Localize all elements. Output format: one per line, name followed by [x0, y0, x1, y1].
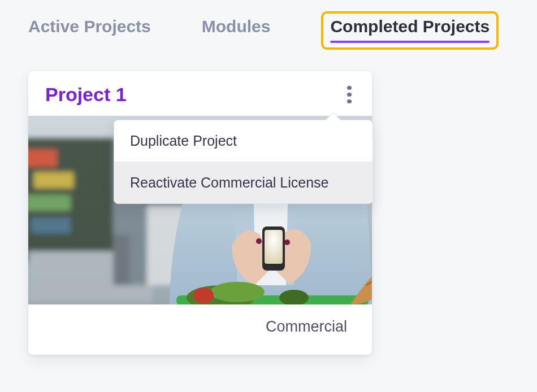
svg-point-28: [210, 282, 265, 302]
tab-completed-highlight: Completed Projects: [321, 11, 499, 50]
svg-rect-3: [34, 172, 73, 188]
kebab-dot-icon: [347, 86, 352, 90]
svg-point-15: [284, 239, 290, 245]
project-type-label: Commercial: [28, 304, 372, 355]
menu-item-duplicate[interactable]: Duplicate Project: [114, 120, 373, 162]
card-header: Project 1: [28, 71, 372, 116]
project-title[interactable]: Project 1: [45, 84, 127, 106]
project-card: Project 1: [28, 71, 372, 355]
svg-rect-4: [28, 195, 71, 211]
kebab-dot-icon: [347, 99, 352, 103]
project-context-menu: Duplicate Project Reactivate Commercial …: [114, 120, 373, 204]
kebab-dot-icon: [347, 93, 352, 97]
svg-point-12: [256, 238, 262, 244]
svg-point-29: [193, 288, 214, 303]
tab-bar: Active Projects Modules Completed Projec…: [0, 0, 537, 50]
tab-completed-projects[interactable]: Completed Projects: [330, 17, 490, 43]
svg-rect-2: [28, 150, 57, 167]
tab-active-projects[interactable]: Active Projects: [28, 17, 151, 43]
svg-rect-17: [265, 230, 283, 264]
kebab-menu-button[interactable]: [344, 86, 355, 104]
tab-modules[interactable]: Modules: [202, 17, 271, 43]
svg-rect-5: [31, 217, 71, 233]
svg-rect-11: [113, 234, 130, 285]
menu-item-reactivate-license[interactable]: Reactivate Commercial License: [114, 162, 373, 203]
